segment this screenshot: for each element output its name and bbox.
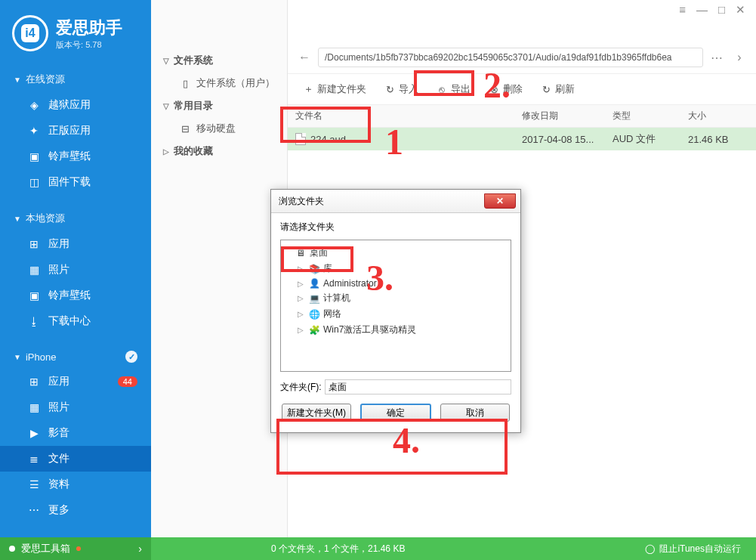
- sidebar-item-genuine[interactable]: ✦正版应用: [0, 118, 151, 144]
- sidebar-item-jailbreak[interactable]: ◈越狱应用: [0, 92, 151, 118]
- folder-tree[interactable]: 🖥桌面 ▷📚库 ▷👤Administrator ▷💻计算机 ▷🌐网络 ▷🧩Win…: [280, 240, 511, 372]
- mp-section-common[interactable]: ▽常用目录: [151, 94, 287, 117]
- grid-icon: ⊞: [27, 238, 41, 250]
- tree-item-library[interactable]: ▷📚库: [284, 261, 508, 277]
- folder-plus-icon: ＋: [303, 84, 313, 94]
- section-local[interactable]: ▼本地资源: [0, 206, 151, 231]
- computer-icon: 💻: [308, 293, 320, 304]
- new-folder-button[interactable]: ＋新建文件夹: [295, 79, 374, 100]
- app-version: 版本号: 5.78: [56, 39, 122, 51]
- folder-input[interactable]: [325, 379, 511, 394]
- network-icon: 🌐: [308, 309, 320, 320]
- footer: 爱思工具箱 › 0 个文件夹，1 个文件，21.46 KB ◯阻止iTunes自…: [0, 537, 756, 560]
- tree-item-win7[interactable]: ▷🧩Win7激活工具驱动精灵: [284, 322, 508, 338]
- file-size: 21.46 KB: [688, 134, 748, 145]
- badge-count: 44: [118, 376, 137, 387]
- browse-folder-dialog: 浏览文件夹 ✕ 请选择文件夹 🖥桌面 ▷📚库 ▷👤Administrator ▷…: [270, 189, 521, 433]
- col-name[interactable]: 文件名: [295, 110, 522, 122]
- tree-item-computer[interactable]: ▷💻计算机: [284, 290, 508, 306]
- toolbar: ＋新建文件夹 ↻导入 ⎋导出 ⊗删除 ↻刷新: [288, 74, 756, 105]
- box-icon: ◫: [27, 176, 41, 188]
- video-icon: ▶: [27, 427, 41, 439]
- section-iphone[interactable]: ▼iPhone✓: [0, 345, 151, 369]
- tree-root-desktop[interactable]: 🖥桌面: [284, 245, 508, 261]
- table-header: 文件名 修改日期 类型 大小: [288, 105, 756, 128]
- sidebar-item-apps-iphone[interactable]: ⊞应用44: [0, 369, 151, 394]
- sidebar-item-photos-local[interactable]: ▦照片: [0, 257, 151, 283]
- import-button[interactable]: ↻导入: [377, 79, 426, 100]
- more-icon: ⋯: [27, 504, 41, 516]
- maximize-button[interactable]: □: [718, 3, 725, 15]
- sidebar-item-media-iphone[interactable]: ▶影音: [0, 420, 151, 446]
- path-input[interactable]: [318, 48, 703, 67]
- logo-area: i4 爱思助手 版本号: 5.78: [0, 0, 151, 67]
- file-date: 2017-04-08 15...: [522, 134, 613, 145]
- sidebar-item-ringtones-local[interactable]: ▣铃声壁纸: [0, 283, 151, 308]
- photo-icon: ▦: [27, 264, 41, 276]
- dialog-prompt: 请选择文件夹: [280, 221, 511, 234]
- dialog-ok-button[interactable]: 确定: [360, 404, 431, 422]
- media-icon: ▣: [27, 150, 41, 162]
- sidebar-item-firmware[interactable]: ◫固件下载: [0, 169, 151, 195]
- tree-item-network[interactable]: ▷🌐网络: [284, 306, 508, 322]
- photo-icon: ▦: [27, 401, 41, 413]
- path-bar: ← ⋯ ›: [288, 42, 756, 74]
- export-icon: ⎋: [437, 84, 447, 94]
- list-icon: ☰: [27, 478, 41, 490]
- app-icon: 🧩: [308, 325, 320, 336]
- drive-icon: ⊟: [180, 123, 190, 135]
- app-title: 爱思助手: [56, 17, 122, 39]
- puzzle-icon: ✦: [27, 125, 41, 137]
- menu-icon[interactable]: ≡: [679, 3, 686, 15]
- table-row[interactable]: 224.aud 2017-04-08 15... AUD 文件 21.46 KB: [288, 128, 756, 150]
- sidebar-item-apps-local[interactable]: ⊞应用: [0, 231, 151, 257]
- dialog-new-folder-button[interactable]: 新建文件夹(M): [282, 404, 351, 422]
- col-type[interactable]: 类型: [613, 110, 688, 122]
- sidebar-item-data[interactable]: ☰资料: [0, 472, 151, 497]
- app-logo: i4: [12, 15, 48, 51]
- status-text: 0 个文件夹，1 个文件，21.46 KB: [271, 543, 405, 555]
- device-icon: ▯: [180, 78, 190, 89]
- col-size[interactable]: 大小: [688, 110, 748, 122]
- check-icon: ✓: [125, 351, 137, 363]
- mp-item-hdd[interactable]: ⊟移动硬盘: [151, 117, 287, 140]
- back-button[interactable]: ←: [295, 48, 313, 67]
- download-icon: ⭳: [27, 315, 41, 327]
- refresh-icon: ↻: [541, 84, 551, 94]
- file-icon: ≣: [27, 453, 41, 465]
- toolbox-button[interactable]: 爱思工具箱 ›: [0, 537, 151, 560]
- chevron-right-icon: ›: [138, 543, 142, 555]
- notify-dot-icon: [76, 546, 81, 551]
- forward-button[interactable]: ›: [730, 48, 748, 67]
- section-online[interactable]: ▼在线资源: [0, 67, 151, 92]
- sidebar-item-photos-iphone[interactable]: ▦照片: [0, 394, 151, 420]
- sidebar-item-ringtones[interactable]: ▣铃声壁纸: [0, 144, 151, 169]
- tree-item-admin[interactable]: ▷👤Administrator: [284, 277, 508, 290]
- sidebar-item-files[interactable]: ≣文件: [0, 446, 151, 472]
- sidebar-item-download[interactable]: ⭳下载中心: [0, 308, 151, 334]
- delete-button[interactable]: ⊗删除: [481, 79, 530, 100]
- export-button[interactable]: ⎋导出: [429, 79, 478, 100]
- itunes-block-button[interactable]: ◯阻止iTunes自动运行: [645, 543, 741, 555]
- mp-item-userfs[interactable]: ▯文件系统（用户）: [151, 72, 287, 94]
- folder-label: 文件夹(F):: [280, 381, 322, 394]
- close-button[interactable]: ✕: [736, 3, 745, 15]
- path-dropdown-icon[interactable]: ⋯: [708, 48, 726, 67]
- delete-icon: ⊗: [489, 84, 499, 94]
- col-date[interactable]: 修改日期: [522, 110, 613, 122]
- dialog-cancel-button[interactable]: 取消: [440, 404, 510, 422]
- sidebar-item-more[interactable]: ⋯更多: [0, 497, 151, 523]
- file-icon: [295, 133, 306, 145]
- status-dot-icon: [9, 546, 15, 552]
- mid-panel: ▽文件系统 ▯文件系统（用户） ▽常用目录 ⊟移动硬盘 ▷我的收藏: [151, 0, 288, 537]
- refresh-button[interactable]: ↻刷新: [533, 79, 582, 100]
- library-icon: 📚: [308, 264, 320, 274]
- mp-section-fav[interactable]: ▷我的收藏: [151, 140, 287, 162]
- sidebar: i4 爱思助手 版本号: 5.78 ▼在线资源 ◈越狱应用 ✦正版应用 ▣铃声壁…: [0, 0, 151, 537]
- dialog-close-button[interactable]: ✕: [484, 193, 516, 209]
- cube-icon: ◈: [27, 99, 41, 111]
- mp-section-fs[interactable]: ▽文件系统: [151, 49, 287, 72]
- minimize-button[interactable]: —: [696, 3, 708, 15]
- file-type: AUD 文件: [613, 132, 688, 146]
- grid-icon: ⊞: [27, 376, 41, 388]
